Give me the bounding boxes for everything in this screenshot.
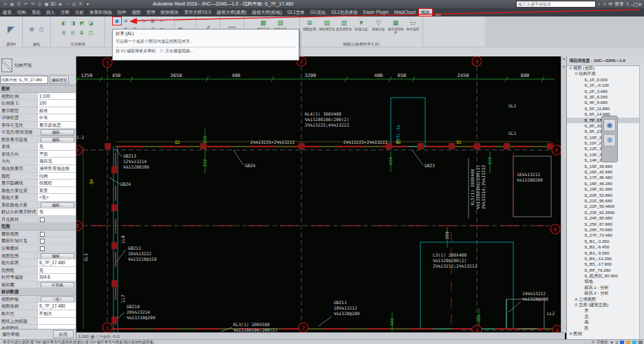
browser-item-S_21F_56.680[interactable]: S_21F_56.680 — [567, 198, 640, 204]
browser-item-S_19F_51.080[interactable]: S_19F_51.080 — [567, 186, 640, 192]
browser-item-场地[interactable]: 场地 — [567, 279, 640, 284]
property-row[interactable]: 方向项目北 — [0, 158, 76, 165]
property-row[interactable]: 可见性/图形替换编辑... — [0, 129, 76, 136]
property-value[interactable]: 按规程 — [38, 180, 76, 186]
qat-icon[interactable]: ⇱ — [78, 1, 84, 8]
tab-GC优化[interactable]: GC优化 — [308, 8, 329, 17]
tab-建模大师(机电)[interactable]: 建模大师(机电) — [249, 8, 284, 17]
checkbox[interactable] — [40, 239, 45, 244]
tab-视图[interactable]: 视图 — [129, 8, 144, 17]
property-value[interactable]: 不相关 — [38, 310, 76, 317]
property-section-范围[interactable]: 范围 — [0, 223, 76, 230]
browser-item-S_23F_62.2800[interactable]: S_23F_62.2800 — [567, 210, 640, 215]
browser-scrollbar[interactable] — [639, 65, 644, 339]
property-value[interactable]: 无 — [38, 208, 76, 215]
edit-button[interactable]: 编辑... — [41, 137, 74, 143]
lock-icon[interactable]: ⚿ — [592, 340, 594, 344]
search-input[interactable] — [516, 1, 596, 8]
edit-button[interactable]: <无> — [41, 297, 74, 303]
property-value[interactable]: <无> — [38, 296, 76, 303]
property-section-标识数据[interactable]: 标识数据 — [0, 288, 76, 296]
checkbox[interactable] — [40, 217, 45, 222]
property-value[interactable]: 1:100 — [38, 93, 76, 100]
gls-button[interactable]: ▦选多层同构件 — [388, 18, 404, 41]
property-row[interactable]: 裁剪区域可见 — [0, 237, 76, 245]
geometry-tool-icon[interactable]: ◪ — [87, 19, 95, 27]
browser-item-S_20F_53.880[interactable]: S_20F_53.880 — [567, 193, 640, 198]
property-value[interactable]: 不剪裁 — [38, 281, 76, 288]
browser-item-S_B2_-6.450[interactable]: S_B2_-6.450 — [567, 244, 640, 250]
canvas-scrollbar[interactable]: ▲▼ — [561, 56, 566, 333]
property-value[interactable]: 100 — [38, 100, 76, 107]
property-row[interactable]: 颜色方案位置背景 — [0, 187, 76, 195]
property-row[interactable]: 视图范围编辑... — [0, 252, 76, 260]
browser-item-S_B4_-13.250[interactable]: S_B4_-13.250 — [567, 256, 640, 261]
tab-分析[interactable]: 分析 — [72, 8, 87, 17]
browser-item-视图 (全部)[interactable]: ⊟视图 (全部) — [567, 65, 640, 71]
tab-GL1主体[interactable]: GL1主体 — [285, 8, 308, 17]
tab-附加模块[interactable]: 附加模块 — [158, 8, 182, 17]
browser-item-S_22F_59.4800[interactable]: S_22F_59.4800 — [567, 204, 640, 209]
browser-item-南[interactable]: 南 — [567, 319, 640, 325]
tab-插入[interactable]: 插入 — [43, 8, 58, 17]
taskbar-icon[interactable] — [626, 341, 630, 344]
tab-overflow-button[interactable]: ⊡▾ — [436, 12, 441, 17]
qat-icon[interactable]: ◔ — [64, 1, 70, 8]
viewbar-icon[interactable]: ⊡ — [116, 334, 120, 338]
property-row[interactable]: 规程结构 — [0, 173, 76, 180]
zoom-icon[interactable]: ⊕ — [603, 134, 616, 147]
drawing-canvas[interactable]: 1250450265040032004006502450600123123DFE… — [76, 56, 566, 339]
tab-MagiCloud[interactable]: MagiCloud — [391, 8, 418, 17]
browser-item-标高 1 - 分析[interactable]: 标高 1 - 分析 — [567, 285, 640, 290]
qat-icon[interactable]: ↶ — [23, 1, 29, 8]
qat-icon[interactable]: ⌦ — [50, 1, 56, 8]
qat-icon[interactable]: ◫ — [71, 1, 77, 8]
search-icon[interactable]: ⌕ — [598, 1, 601, 7]
tab-建模大师(通用)[interactable]: 建模大师(通用) — [214, 8, 249, 17]
browser-item-S_1F_0.000[interactable]: S_1F_0.000 — [567, 77, 640, 83]
view-scale[interactable]: 1:100 — [78, 334, 89, 338]
property-row[interactable]: 比例值 1:100 — [0, 100, 76, 107]
property-row[interactable]: 视图名称S_7F_17.480 — [0, 303, 76, 310]
browser-item-S_15F_39.880[interactable]: S_15F_39.880 — [567, 164, 640, 169]
property-value[interactable]: 标准 — [38, 107, 76, 114]
property-value[interactable] — [38, 245, 76, 252]
property-value[interactable] — [38, 216, 76, 223]
tab-系统[interactable]: 系统 — [29, 8, 43, 17]
browser-item-S_24F_65.080[interactable]: S_24F_65.080 — [567, 215, 640, 221]
edit-button[interactable]: 编辑... — [41, 253, 74, 259]
steering-wheel-icon[interactable]: ◉ — [603, 119, 616, 131]
browser-item-S_1F_-0.100[interactable]: S_1F_-0.100 — [567, 83, 640, 88]
help-icon[interactable]: ? — [626, 2, 629, 7]
property-row[interactable]: 相关性不相关 — [0, 310, 76, 318]
qat-icon[interactable]: ⊞ — [57, 1, 63, 8]
property-value[interactable] — [38, 230, 76, 237]
browser-item-S_16F_42.680[interactable]: S_16F_42.680 — [567, 169, 640, 175]
tab-修改[interactable]: 修改 — [418, 8, 433, 17]
property-value[interactable]: 显示原状态 — [38, 122, 76, 129]
browser-item-立面 (建筑立面)[interactable]: ⊟立面 (建筑立面) — [567, 302, 640, 308]
property-row[interactable]: 图形显示选项编辑... — [0, 136, 76, 144]
property-value[interactable] — [38, 237, 76, 244]
property-value[interactable]: <无> — [38, 194, 76, 201]
qat-icon[interactable]: ⎗ — [16, 1, 22, 8]
taskbar-icon[interactable] — [638, 341, 643, 344]
align-tool-button[interactable]: ▣ — [113, 17, 121, 25]
property-value[interactable]: 无 — [38, 267, 76, 274]
filter-icon[interactable]: ▼ — [610, 341, 613, 344]
modify-tool-icon[interactable]: ⊠ — [149, 17, 157, 25]
property-value[interactable]: S_7F_17.480 — [38, 303, 76, 310]
gls-button[interactable]: ▥批改类型名 — [336, 18, 352, 41]
property-row[interactable]: 注释裁剪 — [0, 245, 76, 252]
browser-item-东[interactable]: 东 — [567, 308, 640, 313]
geometry-tool-icon[interactable]: ◨ — [69, 19, 77, 27]
browser-item-S_2F_3.480[interactable]: S_2F_3.480 — [567, 89, 640, 94]
property-section-图形[interactable]: 图形 — [0, 85, 76, 93]
tab-GL1色典体验[interactable]: GL1色典体验 — [329, 8, 361, 17]
qat-icon[interactable]: ▱ — [2, 1, 8, 8]
property-value[interactable]: 编辑... — [38, 202, 76, 208]
geometry-tool-icon[interactable]: ◫ — [87, 29, 95, 36]
qat-icon[interactable]: ↷ — [30, 1, 36, 8]
property-value[interactable]: 编辑... — [38, 252, 76, 259]
edit-type-button[interactable]: 编辑类型 — [50, 76, 69, 84]
